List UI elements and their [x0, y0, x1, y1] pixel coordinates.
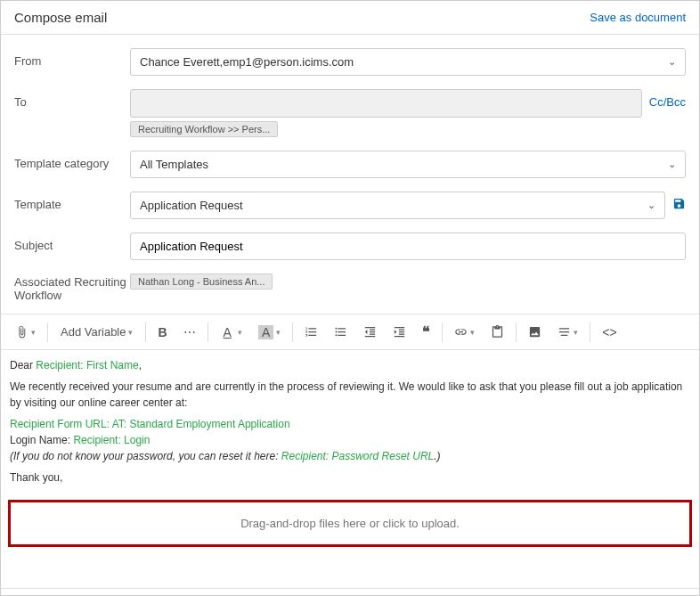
variable-token: Recipient: Login: [73, 434, 150, 446]
ordered-list-button[interactable]: [297, 321, 325, 343]
from-label: From: [14, 48, 130, 68]
body-paragraph: We recently received your resume and are…: [10, 379, 690, 411]
cc-bcc-link[interactable]: Cc/Bcc: [649, 89, 686, 109]
workflow-label: Associated Recruiting Workflow: [14, 274, 130, 302]
subject-label: Subject: [14, 233, 130, 252]
attachment-icon[interactable]: ▾: [8, 321, 43, 343]
template-category-select[interactable]: All Templates ⌄: [130, 151, 686, 178]
from-value: Chance Everett,emp1@person.icims.com: [140, 55, 354, 69]
template-category-value: All Templates: [140, 158, 208, 171]
workflow-chip[interactable]: Nathan Long - Business An...: [130, 274, 273, 290]
subject-input[interactable]: [130, 233, 686, 260]
chevron-down-icon: ⌄: [668, 159, 676, 170]
link-button[interactable]: ▾: [447, 321, 482, 343]
template-value: Application Request: [140, 199, 243, 212]
save-template-icon[interactable]: [672, 197, 686, 214]
paste-button[interactable]: [484, 321, 511, 343]
template-category-label: Template category: [14, 151, 130, 170]
variable-token: Recipient: First Name: [36, 359, 138, 371]
email-body-editor[interactable]: Dear Recipient: First Name, We recently …: [1, 350, 699, 493]
from-select[interactable]: Chance Everett,emp1@person.icims.com ⌄: [130, 48, 686, 76]
bold-button[interactable]: B: [151, 321, 174, 344]
chevron-down-icon: ⌄: [647, 200, 655, 211]
save-as-document-link[interactable]: Save as document: [590, 11, 686, 24]
caret-down-icon: ▾: [238, 328, 242, 337]
template-label: Template: [14, 192, 130, 211]
variable-token: Recipient Form URL: AT: Standard Employm…: [10, 418, 290, 430]
outdent-button[interactable]: [356, 321, 384, 343]
image-button[interactable]: [521, 321, 549, 343]
font-color-button[interactable]: A ▾: [213, 321, 249, 344]
code-view-button[interactable]: <>: [595, 321, 623, 344]
highlight-color-button[interactable]: A ▾: [251, 321, 288, 344]
variable-token: Recipient: Password Reset URL: [281, 450, 434, 462]
chevron-down-icon: ⌄: [668, 56, 676, 68]
caret-down-icon: ▾: [276, 328, 281, 337]
caret-down-icon: ▾: [128, 328, 133, 337]
caret-down-icon: ▾: [574, 328, 578, 337]
more-format-button[interactable]: ⋯: [176, 321, 203, 344]
to-input[interactable]: [130, 89, 642, 118]
blockquote-button[interactable]: ❝: [415, 319, 437, 345]
indent-button[interactable]: [386, 321, 413, 343]
to-recipient-chip[interactable]: Recruiting Workflow >> Pers...: [130, 121, 278, 137]
caret-down-icon: ▾: [470, 328, 475, 337]
unordered-list-button[interactable]: [327, 321, 354, 343]
to-label: To: [14, 89, 130, 109]
custom-button[interactable]: ▾: [550, 321, 585, 343]
caret-down-icon: ▾: [31, 328, 36, 337]
page-title: Compose email: [14, 10, 107, 25]
body-thanks: Thank you,: [10, 469, 690, 486]
template-select[interactable]: Application Request ⌄: [130, 192, 665, 219]
editor-toolbar: ▾ Add Variable ▾ B ⋯ A ▾ A ▾ ❝ ▾ ▾: [1, 314, 699, 350]
file-dropzone[interactable]: Drag-and-drop files here or click to upl…: [8, 500, 692, 547]
add-variable-button[interactable]: Add Variable ▾: [53, 321, 141, 343]
